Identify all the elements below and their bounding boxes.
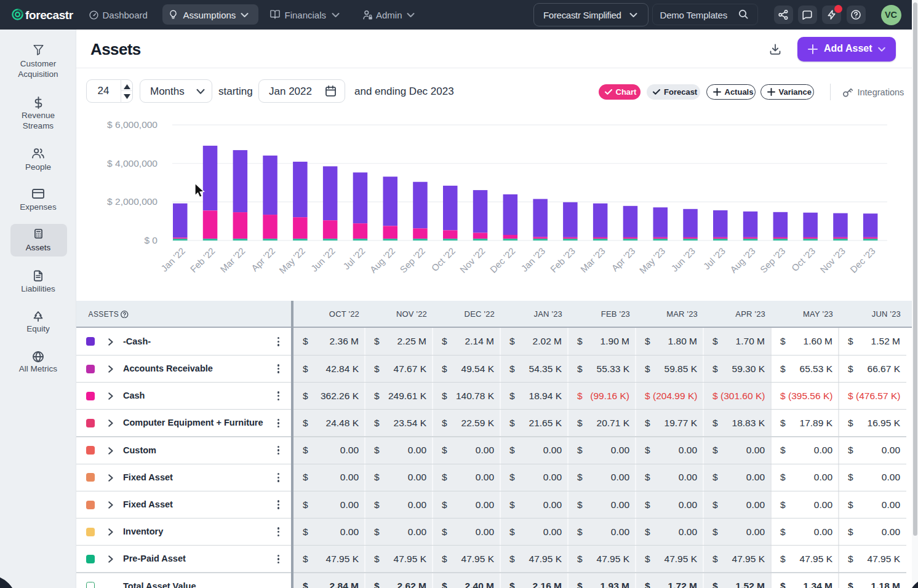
svg-text:Apr '22: Apr '22 (249, 245, 277, 273)
svg-text:Apr '23: Apr '23 (609, 245, 637, 273)
svg-text:Jan '23: Jan '23 (519, 245, 547, 274)
svg-text:Jan '22: Jan '22 (159, 245, 187, 274)
svg-text:$ 0: $ 0 (144, 235, 158, 245)
svg-text:Jun '22: Jun '22 (309, 245, 337, 274)
svg-text:Aug '23: Aug '23 (728, 245, 757, 275)
svg-text:Sep '22: Sep '22 (397, 245, 427, 275)
svg-text:Mar '23: Mar '23 (578, 245, 607, 274)
svg-text:Nov '23: Nov '23 (818, 245, 847, 275)
svg-text:Mar '22: Mar '22 (218, 245, 247, 274)
svg-text:Jun '23: Jun '23 (669, 245, 697, 274)
svg-text:Sep '23: Sep '23 (758, 245, 788, 275)
svg-text:Dec '23: Dec '23 (848, 245, 877, 275)
svg-text:$ 6,000,000: $ 6,000,000 (107, 119, 158, 130)
svg-text:$ 2,000,000: $ 2,000,000 (107, 196, 158, 207)
svg-text:Oct '23: Oct '23 (789, 245, 817, 273)
svg-text:May '22: May '22 (277, 245, 307, 276)
svg-text:$ 4,000,000: $ 4,000,000 (107, 158, 158, 169)
svg-text:Aug '22: Aug '22 (368, 245, 397, 275)
svg-text:Jul '22: Jul '22 (341, 245, 367, 271)
svg-text:Jul '23: Jul '23 (701, 245, 727, 271)
svg-text:Feb '22: Feb '22 (188, 245, 217, 274)
svg-text:Nov '22: Nov '22 (458, 245, 487, 275)
svg-text:Feb '23: Feb '23 (548, 245, 577, 274)
svg-text:Oct '22: Oct '22 (429, 245, 457, 273)
svg-text:May '23: May '23 (637, 245, 667, 276)
svg-text:Dec '22: Dec '22 (488, 245, 517, 275)
